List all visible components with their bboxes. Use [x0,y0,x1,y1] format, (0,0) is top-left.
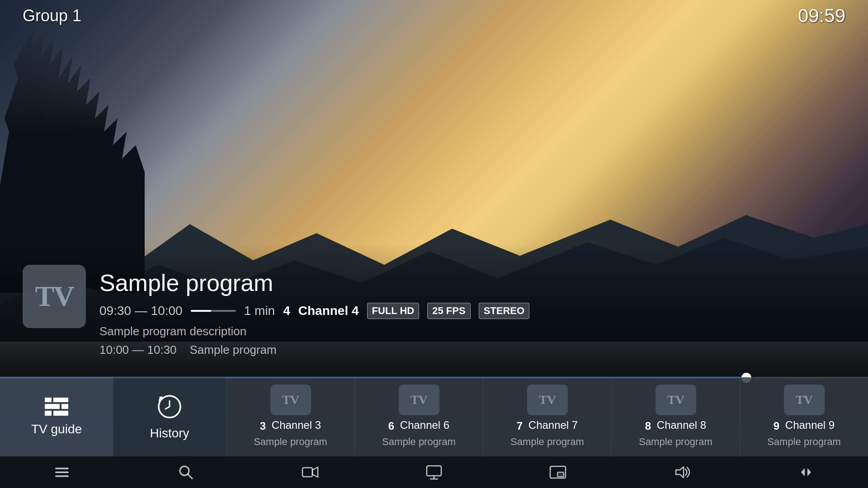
program-title: Sample program [99,269,845,296]
grid-cell [45,411,52,416]
channel-card-4[interactable]: TV 9 Channel 9 Sample program [740,377,868,456]
svg-rect-6 [55,475,69,477]
channel-card-program: Sample program [378,436,459,448]
svg-line-8 [188,474,193,479]
svg-rect-15 [557,472,564,477]
channel-logo-3: TV [270,385,311,415]
tv-guide-label: TV guide [31,422,82,436]
channel-card-program: Sample program [507,436,588,448]
badge-fps: 25 FPS [427,303,470,319]
channel-card-1[interactable]: TV 6 Channel 6 Sample program [354,377,483,456]
svg-marker-10 [312,467,318,477]
tv-icon-small: TV [539,393,556,407]
svg-rect-9 [302,468,312,477]
progress-bar [191,310,236,312]
svg-rect-11 [427,466,441,476]
group-title: Group 1 [23,6,81,25]
tv-icon-small: TV [282,393,299,407]
next-time: 10:00 — 10:30 [99,343,177,357]
channel-logo-7: TV [527,385,568,415]
grid-cell [53,398,68,403]
progress-bar-fill [191,310,211,312]
grid-cell [45,404,60,409]
clock-display: 09:59 [798,5,845,27]
channel-name: Channel 4 [298,304,359,318]
bottom-toolbar [0,456,868,488]
channel-card-name: Channel 8 [654,419,706,432]
channel-card-meta: 7 Channel 7 [517,419,578,433]
channel-card-program: Sample program [250,436,331,448]
tv-guide-button[interactable]: TV guide [0,377,113,456]
program-details: Sample program 09:30 — 10:00 1 min 4 Cha… [99,265,845,357]
channel-logo: TV [23,265,86,328]
history-button[interactable]: History [113,377,226,456]
svg-marker-17 [801,468,805,476]
tv-icon-small: TV [410,393,427,407]
volume-button[interactable] [664,456,700,488]
channel-logo-9: TV [784,385,825,415]
tv-icon-small: TV [667,393,684,407]
badge-fullhd: FULL HD [367,303,420,319]
video-button[interactable] [292,456,328,488]
channel-card-name: Channel 7 [525,419,578,432]
channel-card-meta: 6 Channel 6 [388,419,449,433]
svg-rect-4 [55,468,69,469]
monitor-button[interactable] [416,456,452,488]
channel-card-2[interactable]: TV 7 Channel 7 Sample program [483,377,611,456]
channel-card-meta: 3 Channel 3 [260,419,321,433]
channel-nav-button[interactable] [788,456,824,488]
channel-card-0[interactable]: TV 3 Channel 3 Sample program [226,377,354,456]
channel-logo-8: TV [656,385,696,415]
channel-card-name: Channel 3 [269,419,321,432]
svg-marker-18 [807,468,811,476]
history-icon [156,394,183,420]
svg-marker-16 [676,467,684,478]
pip-button[interactable] [540,456,576,488]
badge-stereo: STEREO [479,303,529,319]
menu-button[interactable] [44,456,80,488]
svg-rect-5 [55,472,69,474]
channel-card-name: Channel 9 [782,419,835,432]
history-label: History [150,426,189,441]
channel-card-program: Sample program [764,436,844,448]
top-bar: Group 1 09:59 [0,0,868,32]
next-program: 10:00 — 10:30 Sample program [99,343,845,357]
channel-number: 4 [283,304,290,318]
grid-cell [53,411,68,416]
channel-logo-6: TV [399,385,439,415]
next-title: Sample program [189,343,276,357]
channel-card-meta: 8 Channel 8 [645,419,706,433]
channel-strip: TV guide History TV 3 Channel 3 Sample p… [0,377,868,456]
channel-card-3[interactable]: TV 8 Channel 8 Sample program [611,377,740,456]
channel-card-number: 7 [517,420,523,432]
channel-card-number: 6 [388,420,394,432]
program-meta: 09:30 — 10:00 1 min 4 Channel 4 FULL HD … [99,303,845,319]
channel-card-number: 3 [260,420,266,432]
tv-guide-grid-icon [45,398,68,416]
search-button[interactable] [168,456,204,488]
tv-logo-icon: TV [35,280,74,313]
channel-card-meta: 9 Channel 9 [774,419,835,433]
duration: 1 min [244,304,275,318]
tv-icon-small: TV [796,393,812,407]
channel-card-program: Sample program [635,436,716,448]
time-range: 09:30 — 10:00 [99,304,183,318]
channel-card-number: 8 [645,420,651,432]
channel-card-name: Channel 6 [397,419,449,432]
grid-cell [45,398,52,403]
program-description: Sample program description [99,324,845,338]
program-info-panel: TV Sample program 09:30 — 10:00 1 min 4 … [23,265,845,357]
channel-card-number: 9 [774,420,779,432]
grid-cell [61,404,68,409]
